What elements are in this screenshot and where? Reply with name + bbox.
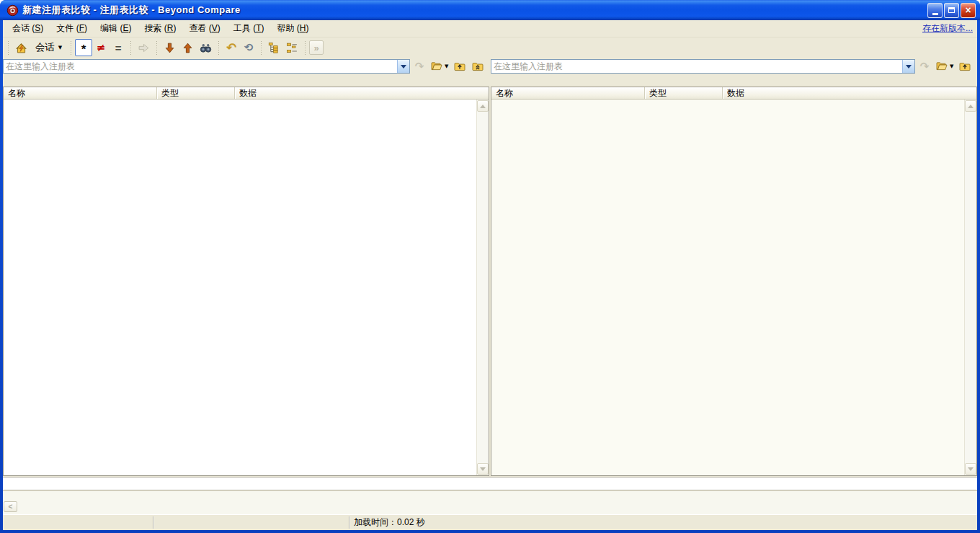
show-all-icon: * xyxy=(81,43,86,56)
open-folder-icon xyxy=(935,61,948,72)
right-path-combobox xyxy=(491,59,915,74)
right-column-headers: 名称 类型 数据 xyxy=(491,87,976,100)
show-matches-button[interactable]: = xyxy=(110,39,127,56)
column-header-type[interactable]: 类型 xyxy=(157,87,235,99)
show-all-button[interactable]: * xyxy=(75,39,92,56)
menu-help[interactable]: 帮助 (H) xyxy=(270,20,315,37)
next-difference-button[interactable] xyxy=(161,39,179,56)
title-bar[interactable]: 新建注册表比较 - 注册表比较 - Beyond Compare × xyxy=(0,0,980,20)
toolbar-gripper[interactable] xyxy=(7,40,9,55)
toolbar-gripper[interactable] xyxy=(260,40,262,55)
minimize-button[interactable] xyxy=(927,3,943,18)
left-path-dropdown-button[interactable] xyxy=(397,60,409,73)
chevron-down-icon xyxy=(968,467,974,471)
home-button[interactable] xyxy=(12,39,30,56)
right-parent-folder-button[interactable] xyxy=(957,59,973,74)
window-title: 新建注册表比较 - 注册表比较 - Beyond Compare xyxy=(22,4,241,17)
more-buttons-button[interactable]: » xyxy=(309,40,324,55)
menu-tools[interactable]: 工具 (T) xyxy=(227,20,271,37)
toolbar: 会话 ▼ * ≠ = xyxy=(3,38,977,58)
left-base-folders-button[interactable] xyxy=(470,59,486,74)
left-browse-button[interactable]: ▼ xyxy=(429,59,450,74)
column-header-name[interactable]: 名称 xyxy=(4,87,157,99)
close-icon: × xyxy=(965,5,971,15)
info-strip xyxy=(3,477,977,490)
session-dropdown-button[interactable]: 会话 ▼ xyxy=(30,39,67,56)
toolbar-gripper[interactable] xyxy=(156,40,158,55)
left-path-combobox xyxy=(3,59,410,74)
close-button[interactable]: × xyxy=(961,3,976,18)
chevron-up-icon xyxy=(480,105,486,108)
right-vertical-scrollbar[interactable] xyxy=(964,100,976,475)
left-column-headers: 名称 类型 数据 xyxy=(4,87,489,100)
log-strip: < xyxy=(3,491,977,514)
scroll-up-button[interactable] xyxy=(477,100,489,112)
find-button[interactable] xyxy=(197,39,215,56)
toolbar-gripper[interactable] xyxy=(304,40,306,55)
previous-difference-button[interactable] xyxy=(179,39,197,56)
left-compare-pane: 名称 类型 数据 xyxy=(3,87,489,476)
menu-session[interactable]: 会话 (S) xyxy=(6,20,50,37)
left-vertical-scrollbar[interactable] xyxy=(476,100,489,475)
left-refresh-button[interactable]: ↷ xyxy=(412,59,427,74)
arrow-down-icon xyxy=(164,42,176,54)
curved-arrow-icon: ↷ xyxy=(415,61,424,72)
status-load-time: 加载时间：0.02 秒 xyxy=(349,516,977,529)
minimize-icon xyxy=(932,13,938,15)
right-refresh-button[interactable]: ↷ xyxy=(917,59,932,74)
menu-bar: 会话 (S) 文件 (F) 编辑 (E) 搜索 (R) 查看 (V) 工具 (T… xyxy=(3,20,977,38)
curved-arrow-icon: ↷ xyxy=(920,61,930,72)
status-panel-2 xyxy=(153,516,349,529)
maximize-icon xyxy=(948,7,955,13)
folder-up-icon xyxy=(958,61,971,72)
right-path-dropdown-button[interactable] xyxy=(902,60,914,73)
column-header-data[interactable]: 数据 xyxy=(723,87,976,99)
expand-all-button[interactable] xyxy=(265,39,283,56)
home-icon xyxy=(15,42,27,54)
copy-to-right-button[interactable] xyxy=(135,39,153,56)
arrow-right-icon xyxy=(138,42,150,54)
scroll-down-button[interactable] xyxy=(477,463,489,475)
column-header-type[interactable]: 类型 xyxy=(645,87,723,99)
undo-curved-arrow-icon: ↶ xyxy=(226,42,236,54)
scroll-down-button[interactable] xyxy=(965,463,976,475)
chevron-left-icon: < xyxy=(9,503,13,511)
toolbar-gripper[interactable] xyxy=(130,40,132,55)
right-browse-button[interactable]: ▼ xyxy=(934,59,955,74)
menu-search[interactable]: 搜索 (R) xyxy=(138,20,182,37)
scroll-left-button[interactable]: < xyxy=(4,501,17,512)
show-differences-button[interactable]: ≠ xyxy=(92,39,110,56)
scroll-up-button[interactable] xyxy=(965,100,976,112)
toolbar-gripper[interactable] xyxy=(218,40,220,55)
app-window: 新建注册表比较 - 注册表比较 - Beyond Compare × 会话 (S… xyxy=(0,0,980,533)
menu-edit[interactable]: 编辑 (E) xyxy=(94,20,138,37)
collapse-tree-icon-button[interactable] xyxy=(283,39,301,56)
menu-file[interactable]: 文件 (F) xyxy=(50,20,94,37)
status-bar: 加载时间：0.02 秒 xyxy=(3,514,977,530)
column-header-data[interactable]: 数据 xyxy=(235,87,489,99)
beyond-compare-app-icon[interactable] xyxy=(6,4,19,17)
chevron-down-icon: ▼ xyxy=(58,45,62,50)
left-path-input[interactable] xyxy=(4,60,397,73)
right-path-controls: ↷ ▼ xyxy=(491,59,977,74)
not-equal-icon: ≠ xyxy=(97,43,106,53)
menu-view[interactable]: 查看 (V) xyxy=(182,20,226,37)
refresh-cycle-icon: ⟲ xyxy=(244,43,254,53)
chevron-up-icon xyxy=(968,105,974,108)
window-controls: × xyxy=(927,3,976,18)
left-parent-folder-button[interactable] xyxy=(452,59,468,74)
update-available-link[interactable]: 存在新版本... xyxy=(922,22,973,35)
full-refresh-button[interactable]: ↶ xyxy=(223,39,240,56)
swap-sides-button[interactable]: ⟲ xyxy=(240,39,257,56)
left-pane-content[interactable] xyxy=(4,100,489,475)
right-path-input[interactable] xyxy=(491,60,902,73)
chevron-down-icon xyxy=(480,467,486,471)
chevron-down-icon xyxy=(401,65,406,69)
maximize-button[interactable] xyxy=(944,3,959,18)
right-pane-content[interactable] xyxy=(491,100,976,475)
right-compare-pane: 名称 类型 数据 xyxy=(491,87,977,476)
expand-tree-icon xyxy=(268,42,280,54)
toolbar-gripper[interactable] xyxy=(70,40,72,55)
folder-double-up-icon xyxy=(471,61,484,72)
column-header-name[interactable]: 名称 xyxy=(491,87,645,99)
